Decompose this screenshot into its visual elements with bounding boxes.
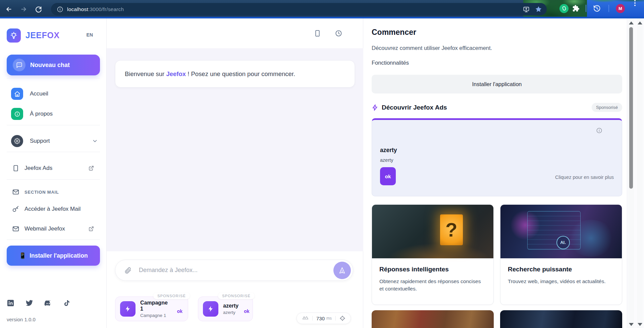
scroll-up-arrow[interactable] <box>638 21 642 24</box>
divider <box>312 316 313 321</box>
sidebar: JEEFOX EN Nouveau chat Accueil À prop <box>0 18 107 328</box>
clock-icon[interactable] <box>335 29 342 37</box>
envelope-icon <box>12 225 19 233</box>
latency-unit: ms <box>326 316 332 321</box>
chat-header <box>107 18 363 48</box>
scrollbar-zone <box>627 18 644 328</box>
new-chat-button[interactable]: Nouveau chat <box>7 55 100 75</box>
linkedin-icon[interactable] <box>7 299 14 307</box>
bolt-icon <box>372 104 378 111</box>
feature-image: ? <box>372 205 493 258</box>
sidebar-item-label: À propos <box>30 111 53 117</box>
chat-column: Bienvenue sur Jeefox ! Posez une questio… <box>107 18 363 328</box>
window-scrollbar[interactable] <box>637 18 643 328</box>
attachment-icon[interactable] <box>124 267 131 274</box>
scroll-down-arrow[interactable] <box>638 323 642 326</box>
phone-icon: 📱 <box>19 252 26 259</box>
install-site-icon[interactable] <box>523 6 530 13</box>
feature-title: Réponses intelligentes <box>379 266 486 273</box>
mobile-icon[interactable] <box>314 29 321 37</box>
address-bar[interactable]: localhost:3000/fr/search <box>51 3 547 15</box>
info-icon[interactable] <box>596 127 602 134</box>
mail-section-header: SECTION MAIL <box>7 185 100 199</box>
envelope-icon <box>12 188 19 196</box>
ad-more-label: Cliquez pour en savoir plus <box>555 175 614 185</box>
welcome-message: Bienvenue sur Jeefox ! Posez une questio… <box>115 60 355 87</box>
key-icon <box>12 205 19 213</box>
install-app-label: Installer l'application <box>30 252 88 259</box>
bolt-icon <box>203 301 218 317</box>
discord-icon[interactable] <box>44 299 52 307</box>
toolbar-separator <box>586 5 586 12</box>
gear-icon <box>11 135 23 147</box>
mountains-icon <box>302 315 309 322</box>
install-app-button[interactable]: 📱 Installer l'application <box>7 246 100 266</box>
chevron-down-icon <box>92 138 98 144</box>
sidebar-item-webmail[interactable]: Webmail Jeefox <box>7 221 100 236</box>
forward-button[interactable] <box>19 4 28 14</box>
browser-toolbar: localhost:3000/fr/search M <box>0 0 644 18</box>
feature-card-partial[interactable] <box>372 310 494 328</box>
site-info-icon[interactable] <box>57 6 63 13</box>
app-window: JEEFOX EN Nouveau chat Accueil À prop <box>0 18 644 328</box>
feature-card-recherche[interactable]: AI. Recherche puissante Trouvez web, ima… <box>500 204 622 305</box>
bookmark-star-icon[interactable] <box>535 6 542 13</box>
reload-button[interactable] <box>34 4 43 14</box>
sidebar-item-accueil[interactable]: Accueil <box>7 86 100 101</box>
url-text[interactable]: localhost:3000/fr/search <box>67 6 124 12</box>
ads-header-label: Découvrir Jeefox Ads <box>382 104 447 111</box>
brand-logo[interactable] <box>7 28 21 43</box>
scroll-up-arrow[interactable] <box>629 21 634 24</box>
scrollbar-thumb[interactable] <box>629 27 633 189</box>
chat-bubble-icon <box>13 59 25 71</box>
ad-title: azerty <box>380 120 614 154</box>
sponsored-badge: SPONSORISÉ <box>153 292 190 299</box>
profile-avatar[interactable]: M <box>616 0 625 17</box>
send-icon <box>338 267 346 274</box>
chip-action[interactable]: ok <box>177 309 182 314</box>
divider <box>335 316 336 321</box>
divider <box>7 78 100 78</box>
divider <box>7 179 100 180</box>
browser-menu-icon[interactable] <box>634 0 636 17</box>
feature-card-partial[interactable] <box>500 310 622 328</box>
panel-subtitle: Découvrez comment utiliser Jeefox effica… <box>372 45 622 51</box>
mail-section-label: SECTION MAIL <box>24 190 59 195</box>
ai-badge: AI. <box>556 236 570 249</box>
chip-title: Campagne 1 <box>140 300 172 312</box>
feature-desc: Trouvez web, images, vidéos et actualité… <box>508 278 614 285</box>
back-button[interactable] <box>4 4 13 14</box>
chip-action[interactable]: ok <box>244 309 249 314</box>
feature-card-reponses[interactable]: ? Réponses intelligentes Obtenez rapidem… <box>372 204 494 305</box>
welcome-prefix: Bienvenue sur <box>125 70 164 77</box>
send-button[interactable] <box>333 262 351 279</box>
new-chat-label: Nouveau chat <box>30 62 70 69</box>
avatar-initial: M <box>616 4 625 13</box>
inner-scrollbar[interactable] <box>628 18 634 328</box>
sidebar-item-mail-access[interactable]: Accéder à Jeefox Mail <box>7 202 100 216</box>
latency-value: 730 <box>316 316 325 321</box>
ad-action-button[interactable]: ok <box>380 167 396 185</box>
tiktok-icon[interactable] <box>63 299 71 307</box>
language-switch[interactable]: EN <box>87 32 93 38</box>
sidebar-item-apropos[interactable]: À propos <box>7 107 100 121</box>
sidebar-item-label: Accueil <box>30 90 48 97</box>
sponsored-chip[interactable]: SPONSORISÉ azerty azerty ok <box>198 297 253 321</box>
sponsored-ad-card[interactable]: azerty azerty ok Cliquez pour en savoir … <box>372 118 622 196</box>
scroll-down-arrow[interactable] <box>629 323 634 326</box>
ads-section-header: Découvrir Jeefox Ads Sponsorisé <box>372 103 622 112</box>
info-icon <box>11 108 23 120</box>
chat-input[interactable] <box>138 266 333 274</box>
panel-title: Commencer <box>372 28 622 37</box>
install-app-panel-button[interactable]: Installer l'application <box>372 75 622 93</box>
extensions-puzzle-icon[interactable] <box>572 0 580 17</box>
sponsored-chip[interactable]: SPONSORISÉ Campagne 1 Campagne 1 ok <box>115 297 188 321</box>
sidebar-item-support[interactable]: Support <box>7 134 100 148</box>
sidebar-item-jeefox-ads[interactable]: Jeefox Ads <box>7 161 100 176</box>
crosshair-icon[interactable] <box>339 315 345 321</box>
sidebar-item-label: Jeefox Ads <box>24 165 52 172</box>
twitter-icon[interactable] <box>25 299 33 307</box>
history-icon[interactable] <box>593 0 601 17</box>
chip-subtitle: azerty <box>223 310 238 315</box>
extension-green-icon[interactable] <box>559 0 569 17</box>
